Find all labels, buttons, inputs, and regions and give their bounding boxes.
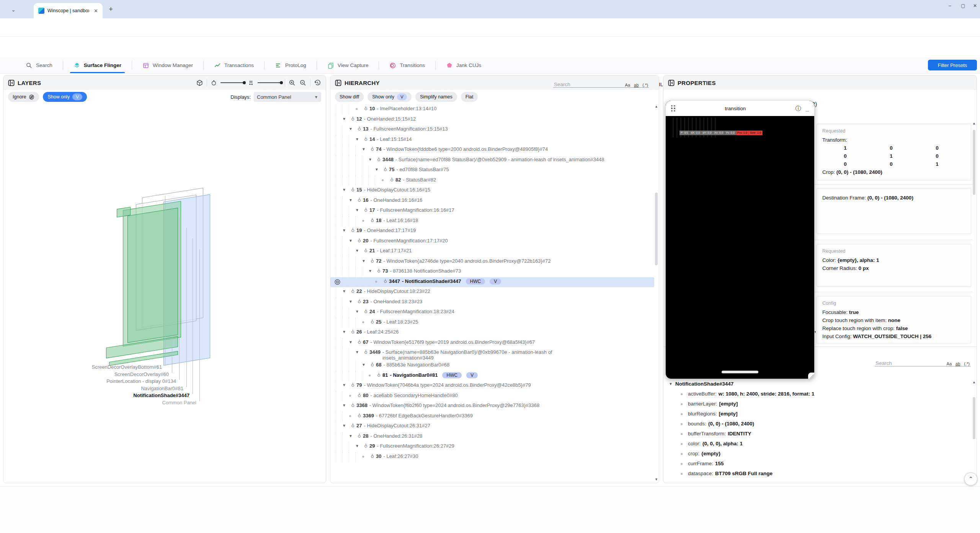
expand-arrow-icon[interactable]: ▼ (349, 126, 355, 131)
hierarchy-node[interactable]: ▼⚲67- WindowToken{e5176f9 type=2019 andr… (330, 338, 654, 348)
pin-icon[interactable]: ⚲ (349, 227, 354, 234)
layer-label[interactable]: PointerLocation - display 0#134 (106, 378, 176, 384)
property-item[interactable]: ●dataspace:BT709 sRGB Full range (663, 468, 971, 478)
hierarchy-node[interactable]: ▼⚲22- HideDisplayCutout:18:23#22 (330, 287, 654, 298)
hierarchy-node[interactable]: ▼⚲74- WindowToken{fdddbe6 type=2000 andr… (330, 145, 654, 155)
property-item[interactable]: ●crop:{empty} (663, 448, 971, 458)
property-item[interactable]: ●color:(0, 0, 0), alpha: 1 (663, 438, 971, 448)
rotation-slider[interactable] (220, 82, 244, 83)
match-word-icon[interactable]: ab (956, 361, 960, 366)
tab-view-capture[interactable]: View Capture (317, 57, 379, 73)
properties-scrollbar[interactable]: ▲ (972, 121, 976, 236)
hierarchy-node[interactable]: ▼⚲68- 885b63e NavigationBar0#68 (330, 361, 654, 371)
property-root-node[interactable]: ▼NotificationShade#3447 (663, 379, 971, 389)
tab-jank-cujs[interactable]: Jank CUJs (436, 57, 492, 73)
hierarchy-node[interactable]: ▼⚲20- FullscreenMagnification:17:17#20 (330, 237, 654, 247)
filter-presets-button[interactable]: Filter Presets (928, 60, 977, 70)
pin-icon[interactable]: ⚲ (355, 238, 361, 244)
expand-arrow-icon[interactable]: ▼ (349, 433, 355, 438)
ignore-chip[interactable]: Ignore (8, 92, 39, 102)
expand-arrow-icon[interactable]: ▼ (375, 167, 381, 172)
hierarchy-node[interactable]: ●⚲81- NavigationBar0#81HWCV (330, 371, 654, 381)
tab-search-chevron-icon[interactable]: ⌄ (8, 5, 18, 15)
match-case-icon[interactable]: Aa (947, 361, 952, 366)
browser-tab[interactable]: Winscope | sandbox-FAIL ✕ (34, 3, 103, 18)
pin-icon[interactable]: ⚲ (368, 217, 374, 224)
properties-search-input[interactable]: Search Aa ab (.*) (875, 356, 970, 366)
minimize-window-icon[interactable]: _ (806, 105, 809, 112)
expand-arrow-icon[interactable]: ▼ (342, 116, 349, 121)
layer-label[interactable]: NotificationShade#3447 (133, 392, 189, 398)
collapse-panel-icon[interactable] (668, 80, 675, 86)
hierarchy-node[interactable]: ●⚲3369- 67726bf EdgeBackGestureHandler0#… (330, 412, 654, 422)
property-item[interactable]: ●bufferTransform:IDENTITY (663, 428, 971, 438)
collapse-panel-icon[interactable] (8, 80, 15, 86)
window-maximize-icon[interactable]: ▢ (961, 3, 965, 8)
new-tab-button[interactable]: + (109, 5, 113, 13)
pin-icon[interactable]: ⚲ (355, 299, 361, 305)
pin-icon[interactable]: ⚲ (355, 392, 361, 399)
tab-protolog[interactable]: ProtoLog (265, 57, 317, 73)
expand-arrow-icon[interactable]: ▼ (342, 382, 349, 387)
pin-icon[interactable]: ⚲ (349, 187, 354, 193)
layer-label[interactable]: NavigationBar0#81 (141, 386, 183, 391)
tab-close-icon[interactable]: ✕ (92, 7, 100, 15)
pin-icon[interactable]: ⚲ (362, 248, 368, 254)
chip-flat[interactable]: Flat (461, 92, 478, 102)
pin-icon[interactable]: ⚲ (368, 146, 374, 152)
tab-surface-flinger[interactable]: Surface Flinger (63, 57, 132, 73)
tab-search[interactable]: Search (15, 57, 63, 73)
window-close-icon[interactable]: ✕ (973, 3, 977, 8)
rotation-icon[interactable] (211, 80, 217, 86)
expand-arrow-icon[interactable]: ▼ (349, 238, 355, 243)
pin-icon[interactable]: ⚲ (368, 319, 374, 325)
property-item[interactable]: ●barrierLayer:[empty] (663, 399, 971, 409)
pin-icon[interactable]: ⚲ (349, 288, 354, 294)
info-icon[interactable]: ⓘ (795, 105, 801, 112)
expand-arrow-icon[interactable]: ▼ (349, 299, 355, 304)
expand-arrow-icon[interactable]: ▼ (355, 136, 362, 141)
match-case-icon[interactable]: Aa (625, 83, 630, 87)
expand-arrow-icon[interactable]: ▼ (342, 423, 349, 428)
expand-arrow-icon[interactable]: ▼ (349, 197, 355, 202)
regex-icon[interactable]: (.*) (964, 361, 970, 366)
hierarchy-node[interactable]: ▼⚲3449- Surface(name=885b63e NavigationB… (330, 348, 654, 361)
hierarchy-node[interactable]: ●⚲10- ImePlaceholder:13:14#10 (330, 105, 654, 115)
pin-icon[interactable]: ⚲ (355, 197, 361, 203)
pin-icon[interactable]: ⚲ (349, 402, 354, 409)
hierarchy-node[interactable]: ▼⚲3448- Surface(name=ed70f88 StatusBar)/… (330, 155, 654, 166)
pin-icon[interactable]: ⚲ (355, 433, 361, 439)
expand-arrow-icon[interactable]: ▼ (342, 329, 349, 334)
pin-icon[interactable]: ⚲ (375, 157, 381, 163)
pin-icon[interactable]: ⚲ (375, 268, 381, 274)
hierarchy-node[interactable]: ▼⚲17- FullscreenMagnification:16:16#17 (330, 206, 654, 216)
hierarchy-search-input[interactable]: Search Aa ab (.*) (553, 78, 649, 88)
displays-select[interactable]: Common Panel▼ (254, 92, 321, 102)
hierarchy-node[interactable]: ▼⚲28- OneHanded:26:31#28 (330, 432, 654, 442)
expand-arrow-icon[interactable]: ▼ (355, 248, 362, 253)
hierarchy-node[interactable]: ●⚲18- Leaf:16:16#18 (330, 216, 654, 227)
hierarchy-node[interactable]: ●⚲30- Leaf:26:27#30 (330, 452, 654, 463)
property-item[interactable]: ●currFrame:155 (663, 458, 971, 468)
pin-icon[interactable]: ⚲ (362, 106, 368, 112)
cube-3d-icon[interactable] (196, 79, 203, 87)
hierarchy-node[interactable]: ▼⚲21- Leaf:17:17#21 (330, 247, 654, 257)
expand-arrow-icon[interactable]: ▼ (362, 362, 368, 367)
tab-transitions[interactable]: Transitions (379, 57, 435, 73)
pin-icon[interactable]: ⚲ (368, 362, 374, 368)
hierarchy-node[interactable]: ▼⚲16- OneHanded:16:16#16 (330, 196, 654, 206)
property-item[interactable]: ●bounds:(0, 0) - (1080, 2400) (663, 419, 971, 428)
layer-label[interactable]: Common Panel (162, 400, 196, 405)
hierarchy-node[interactable]: ▼⚲29- FullscreenMagnification:26:27#29 (330, 442, 654, 452)
hierarchy-node[interactable]: ▼⚲12- OneHanded:15:15#12 (330, 115, 654, 125)
chip-show-only[interactable]: Show onlyV (368, 92, 412, 102)
property-tree-scrollbar[interactable]: ▲ (972, 380, 976, 481)
hierarchy-node[interactable]: ▼⚲23- OneHanded:18:23#23 (330, 298, 654, 308)
pin-icon[interactable]: ⚲ (349, 116, 354, 122)
match-word-icon[interactable]: ab (634, 83, 639, 87)
layer-label[interactable]: ScreenDecorOverlayBottom#61 (91, 364, 162, 370)
pin-icon[interactable]: ⚲ (349, 423, 354, 429)
pin-icon[interactable]: ⚲ (381, 278, 387, 284)
expand-arrow-icon[interactable]: ▼ (362, 258, 368, 263)
hierarchy-node[interactable]: ▼⚲15- HideDisplayCutout:16:16#15 (330, 186, 654, 196)
